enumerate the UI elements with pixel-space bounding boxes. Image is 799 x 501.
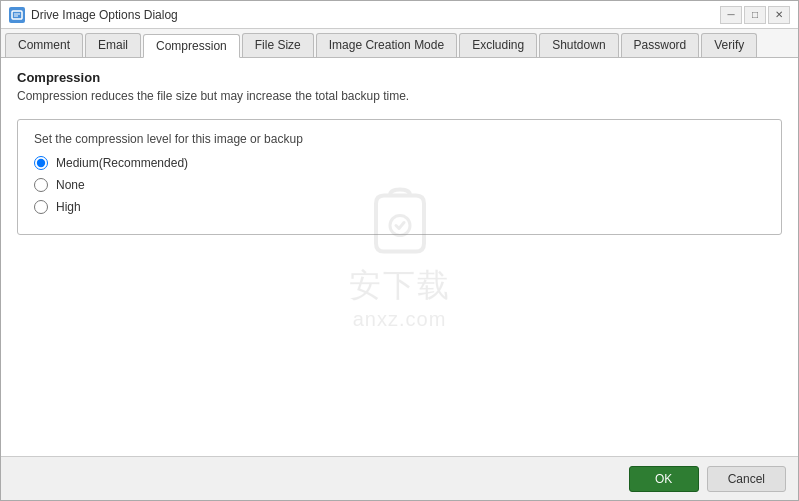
tab-comment[interactable]: Comment — [5, 33, 83, 57]
tab-excluding[interactable]: Excluding — [459, 33, 537, 57]
title-bar: Drive Image Options Dialog ─ □ ✕ — [1, 1, 798, 29]
watermark-cn: 安下载 — [349, 264, 451, 308]
tab-imagecreationmode[interactable]: Image Creation Mode — [316, 33, 457, 57]
radio-option-none[interactable]: None — [34, 178, 765, 192]
radio-medium-label: Medium(Recommended) — [56, 156, 188, 170]
tab-shutdown[interactable]: Shutdown — [539, 33, 618, 57]
radio-option-medium[interactable]: Medium(Recommended) — [34, 156, 765, 170]
section-description: Compression reduces the file size but ma… — [17, 89, 782, 103]
title-bar-controls: ─ □ ✕ — [720, 6, 790, 24]
svg-rect-0 — [12, 11, 22, 19]
radio-high-label: High — [56, 200, 81, 214]
dialog-window: Drive Image Options Dialog ─ □ ✕ Comment… — [0, 0, 799, 501]
radio-none[interactable] — [34, 178, 48, 192]
ok-button[interactable]: OK — [629, 466, 699, 492]
tab-compression[interactable]: Compression — [143, 34, 240, 58]
tab-filesize[interactable]: File Size — [242, 33, 314, 57]
radio-none-label: None — [56, 178, 85, 192]
tab-bar: Comment Email Compression File Size Imag… — [1, 29, 798, 58]
section-title: Compression — [17, 70, 782, 85]
compression-group-box: Set the compression level for this image… — [17, 119, 782, 235]
app-icon — [9, 7, 25, 23]
radio-high[interactable] — [34, 200, 48, 214]
radio-option-high[interactable]: High — [34, 200, 765, 214]
maximize-button[interactable]: □ — [744, 6, 766, 24]
content-area: Compression Compression reduces the file… — [1, 58, 798, 456]
footer: OK Cancel — [1, 456, 798, 500]
dialog-title: Drive Image Options Dialog — [31, 8, 178, 22]
minimize-button[interactable]: ─ — [720, 6, 742, 24]
tab-verify[interactable]: Verify — [701, 33, 757, 57]
tab-email[interactable]: Email — [85, 33, 141, 57]
close-button[interactable]: ✕ — [768, 6, 790, 24]
cancel-button[interactable]: Cancel — [707, 466, 786, 492]
group-label: Set the compression level for this image… — [34, 132, 765, 146]
radio-medium[interactable] — [34, 156, 48, 170]
title-bar-text: Drive Image Options Dialog — [9, 7, 178, 23]
watermark-en: anxz.com — [353, 308, 447, 331]
tab-password[interactable]: Password — [621, 33, 700, 57]
